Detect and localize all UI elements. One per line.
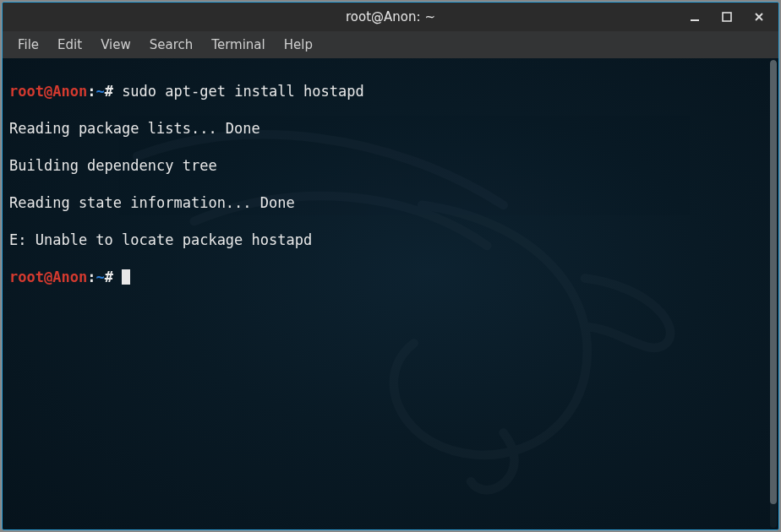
terminal-area[interactable]: root@Anon:~# sudo apt-get install hostap… [3, 58, 778, 529]
prompt-symbol: # [105, 269, 113, 285]
titlebar[interactable]: root@Anon: ~ [3, 3, 778, 31]
menu-view[interactable]: View [92, 34, 139, 56]
terminal-output-line: Reading package lists... Done [9, 119, 772, 138]
menu-edit[interactable]: Edit [49, 34, 90, 56]
terminal-output-line: E: Unable to locate package hostapd [9, 231, 772, 249]
prompt-symbol: # [105, 83, 113, 100]
scrollbar-thumb[interactable] [770, 60, 777, 504]
svg-rect-0 [691, 19, 699, 21]
maximize-button[interactable] [713, 5, 741, 29]
prompt-separator: : [87, 83, 96, 100]
close-button[interactable] [745, 5, 773, 29]
minimize-button[interactable] [680, 5, 709, 29]
command-text: sudo apt-get install hostapd [122, 83, 364, 100]
terminal-text: root@Anon:~# sudo apt-get install hostap… [3, 58, 778, 328]
terminal-output-line: Building dependency tree [9, 156, 772, 175]
menu-terminal[interactable]: Terminal [203, 34, 273, 56]
terminal-line: root@Anon:~# [9, 268, 772, 286]
menu-file[interactable]: File [9, 34, 47, 56]
maximize-icon [721, 11, 733, 23]
menubar: File Edit View Search Terminal Help [3, 31, 778, 58]
menu-help[interactable]: Help [276, 34, 321, 56]
prompt-user: root@Anon [9, 83, 87, 100]
prompt-user: root@Anon [9, 269, 87, 285]
terminal-output-line: Reading state information... Done [9, 193, 772, 212]
prompt-path: ~ [96, 83, 104, 100]
terminal-window: root@Anon: ~ File Edit View [2, 2, 779, 530]
svg-rect-1 [723, 13, 731, 21]
minimize-icon [689, 11, 701, 23]
close-icon [753, 11, 765, 23]
scrollbar[interactable] [770, 60, 777, 528]
menu-search[interactable]: Search [141, 34, 202, 56]
prompt-path: ~ [96, 269, 104, 285]
window-title: root@Anon: ~ [3, 9, 778, 24]
terminal-line: root@Anon:~# sudo apt-get install hostap… [9, 82, 772, 100]
prompt-separator: : [87, 269, 96, 285]
window-controls [680, 3, 773, 31]
cursor [122, 269, 130, 285]
